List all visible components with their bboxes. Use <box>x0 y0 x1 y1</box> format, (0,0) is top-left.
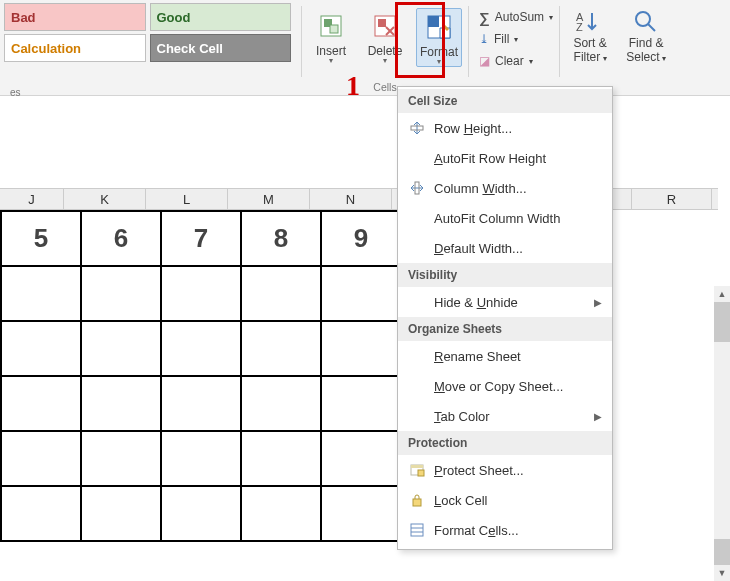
find-select-button[interactable]: Find & Select ▾ <box>622 6 670 64</box>
menu-format-cells[interactable]: Format Cells... <box>398 515 612 545</box>
svg-rect-18 <box>413 499 421 506</box>
fill-down-icon: ⤓ <box>479 32 489 46</box>
table-row[interactable] <box>1 486 401 541</box>
menu-autofit-column-width[interactable]: AutoFit Column Width <box>398 203 612 233</box>
menu-default-width[interactable]: Default Width... <box>398 233 612 263</box>
submenu-arrow-icon: ▶ <box>594 411 602 422</box>
menu-autofit-row-label: AutoFit Row Height <box>434 151 546 166</box>
column-header[interactable]: J <box>0 189 64 209</box>
menu-move-copy-label: Move or Copy Sheet... <box>434 379 563 394</box>
table-row[interactable] <box>1 431 401 486</box>
table-row[interactable]: 56789 <box>1 211 401 266</box>
autosum-label: AutoSum <box>495 10 544 24</box>
menu-protect-sheet[interactable]: Protect Sheet... <box>398 455 612 485</box>
data-cell[interactable]: 8 <box>241 211 321 266</box>
ribbon-separator-2 <box>468 6 469 77</box>
find-label-2: Select <box>626 50 659 64</box>
scroll-up-icon[interactable]: ▲ <box>714 286 730 302</box>
data-cell[interactable]: 5 <box>1 211 81 266</box>
column-header[interactable]: R <box>632 189 712 209</box>
column-width-icon <box>408 180 426 196</box>
table-row[interactable] <box>1 376 401 431</box>
menu-row-height-label: Row Height... <box>434 121 512 136</box>
menu-section-visibility: Visibility <box>398 263 612 287</box>
svg-line-12 <box>648 24 655 31</box>
menu-column-width-label: Column Width... <box>434 181 527 196</box>
menu-column-width[interactable]: Column Width... <box>398 173 612 203</box>
sort-label-2: Filter <box>574 50 601 64</box>
menu-default-width-label: Default Width... <box>434 241 523 256</box>
scroll-thumb[interactable] <box>714 302 730 342</box>
style-check-cell[interactable]: Check Cell <box>150 34 292 62</box>
menu-row-height[interactable]: Row Height... <box>398 113 612 143</box>
clear-label: Clear <box>495 54 524 68</box>
style-calculation[interactable]: Calculation <box>4 34 146 62</box>
protect-sheet-icon <box>408 462 426 478</box>
data-table[interactable]: 56789 <box>0 210 402 542</box>
eraser-icon: ◪ <box>479 54 490 68</box>
menu-protect-label: Protect Sheet... <box>434 463 524 478</box>
autosum-button[interactable]: ∑ AutoSum ▾ <box>475 6 553 28</box>
lock-icon <box>408 492 426 508</box>
fill-button[interactable]: ⤓ Fill ▾ <box>475 28 553 50</box>
menu-section-protection: Protection <box>398 431 612 455</box>
format-cells-dialog-icon <box>408 522 426 538</box>
menu-section-cellsize: Cell Size <box>398 89 612 113</box>
menu-format-cells-label: Format Cells... <box>434 523 519 538</box>
fill-label: Fill <box>494 32 509 46</box>
menu-hide-unhide[interactable]: Hide & Unhide ▶ <box>398 287 612 317</box>
format-dropdown-menu: Cell Size Row Height... AutoFit Row Heig… <box>397 86 613 550</box>
cell-styles-gallery[interactable]: Bad Good Calculation Check Cell <box>0 0 295 62</box>
column-header[interactable]: K <box>64 189 146 209</box>
menu-tab-color-label: Tab Color <box>434 409 490 424</box>
column-header[interactable]: N <box>310 189 392 209</box>
menu-tab-color[interactable]: Tab Color ▶ <box>398 401 612 431</box>
menu-hide-unhide-label: Hide & Unhide <box>434 295 518 310</box>
menu-autofit-row-height[interactable]: AutoFit Row Height <box>398 143 612 173</box>
vertical-scrollbar[interactable]: ▲ ▼ <box>714 286 730 581</box>
svg-rect-4 <box>378 19 386 27</box>
sort-label-1: Sort & <box>573 36 606 50</box>
insert-button[interactable]: Insert▾ <box>308 8 354 65</box>
style-bad[interactable]: Bad <box>4 3 146 31</box>
data-cell[interactable]: 9 <box>321 211 401 266</box>
menu-rename-label: Rename Sheet <box>434 349 521 364</box>
svg-point-11 <box>636 12 650 26</box>
sigma-icon: ∑ <box>479 9 490 26</box>
column-header[interactable]: M <box>228 189 310 209</box>
annotation-box-1 <box>395 2 445 78</box>
svg-text:Z: Z <box>576 21 583 33</box>
data-cell[interactable]: 7 <box>161 211 241 266</box>
svg-rect-17 <box>418 470 424 476</box>
worksheet-area[interactable]: JKLMNR 56789 ▲ ▼ <box>0 96 730 581</box>
data-cell[interactable]: 6 <box>81 211 161 266</box>
ribbon-separator-3 <box>559 6 560 77</box>
scroll-down-icon[interactable]: ▼ <box>714 565 730 581</box>
column-header[interactable]: L <box>146 189 228 209</box>
style-good[interactable]: Good <box>150 3 292 31</box>
ribbon-separator <box>301 6 302 77</box>
insert-cells-icon <box>308 8 354 44</box>
svg-rect-16 <box>411 465 423 468</box>
submenu-arrow-icon: ▶ <box>594 297 602 308</box>
find-label-1: Find & <box>629 36 664 50</box>
editing-group: ∑ AutoSum ▾ ⤓ Fill ▾ ◪ Clear ▾ <box>475 0 553 72</box>
table-row[interactable] <box>1 266 401 321</box>
svg-rect-2 <box>330 25 338 33</box>
row-height-icon <box>408 120 426 136</box>
sort-icon: AZ <box>566 6 614 36</box>
menu-rename-sheet[interactable]: Rename Sheet <box>398 341 612 371</box>
svg-rect-19 <box>411 524 423 536</box>
sort-filter-button[interactable]: AZ Sort & Filter ▾ <box>566 6 614 64</box>
scroll-thumb-lower[interactable] <box>714 539 730 565</box>
menu-section-organize: Organize Sheets <box>398 317 612 341</box>
menu-autofit-col-label: AutoFit Column Width <box>434 211 560 226</box>
clear-button[interactable]: ◪ Clear ▾ <box>475 50 553 72</box>
table-row[interactable] <box>1 321 401 376</box>
menu-lock-cell[interactable]: Lock Cell <box>398 485 612 515</box>
magnifier-icon <box>622 6 670 36</box>
menu-lock-label: Lock Cell <box>434 493 487 508</box>
menu-move-copy-sheet[interactable]: Move or Copy Sheet... <box>398 371 612 401</box>
